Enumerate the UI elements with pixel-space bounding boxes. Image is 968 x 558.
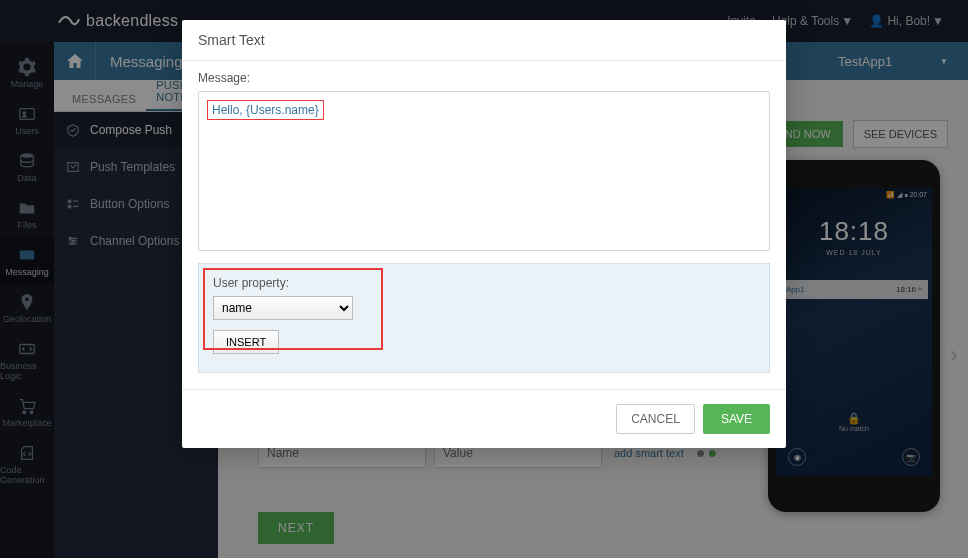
smart-text-modal: Smart Text Message: Hello, {Users.name} … bbox=[182, 20, 786, 448]
insert-button[interactable]: INSERT bbox=[213, 330, 279, 354]
message-label: Message: bbox=[198, 71, 770, 85]
cancel-button[interactable]: CANCEL bbox=[616, 404, 695, 434]
save-button[interactable]: SAVE bbox=[703, 404, 770, 434]
user-property-select[interactable]: name bbox=[213, 296, 353, 320]
modal-title: Smart Text bbox=[182, 20, 786, 61]
message-textarea[interactable]: Hello, {Users.name} bbox=[198, 91, 770, 251]
user-property-label: User property: bbox=[213, 276, 755, 290]
message-value: Hello, {Users.name} bbox=[207, 100, 324, 120]
